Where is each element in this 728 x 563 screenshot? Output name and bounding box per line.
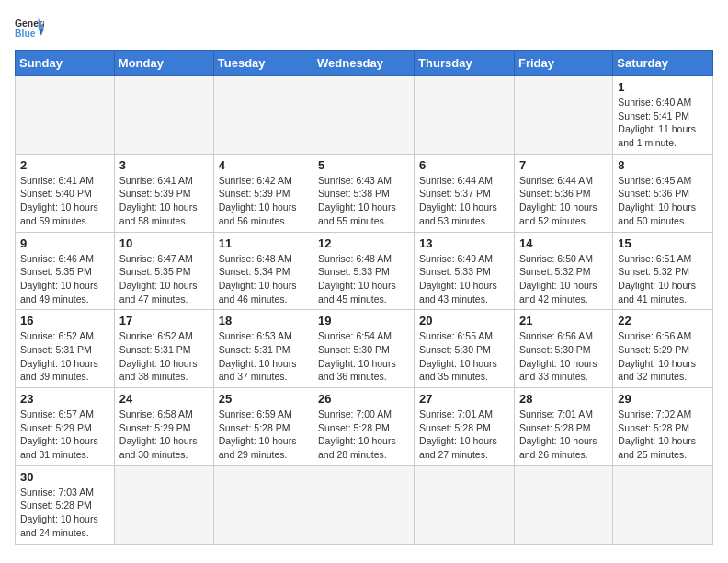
calendar-cell <box>514 76 612 155</box>
day-info: Sunrise: 6:44 AMSunset: 5:36 PMDaylight:… <box>519 174 608 228</box>
calendar-cell: 9Sunrise: 6:46 AMSunset: 5:35 PMDaylight… <box>16 232 115 310</box>
calendar-week-5: 23Sunrise: 6:57 AMSunset: 5:29 PMDayligh… <box>16 388 713 466</box>
day-info: Sunrise: 6:48 AMSunset: 5:33 PMDaylight:… <box>318 252 409 306</box>
calendar-cell: 20Sunrise: 6:55 AMSunset: 5:30 PMDayligh… <box>415 310 515 388</box>
day-number: 19 <box>318 314 409 327</box>
day-info: Sunrise: 7:03 AMSunset: 5:28 PMDaylight:… <box>20 486 109 540</box>
calendar-cell <box>514 465 612 544</box>
day-info: Sunrise: 7:02 AMSunset: 5:28 PMDaylight:… <box>618 408 708 462</box>
day-info: Sunrise: 6:51 AMSunset: 5:32 PMDaylight:… <box>618 252 708 306</box>
calendar-cell: 6Sunrise: 6:44 AMSunset: 5:37 PMDaylight… <box>415 154 515 232</box>
calendar-cell: 30Sunrise: 7:03 AMSunset: 5:28 PMDayligh… <box>16 465 115 544</box>
day-info: Sunrise: 6:46 AMSunset: 5:35 PMDaylight:… <box>20 252 109 306</box>
day-info: Sunrise: 6:58 AMSunset: 5:29 PMDaylight:… <box>119 408 209 462</box>
calendar-cell <box>114 76 213 155</box>
day-info: Sunrise: 6:53 AMSunset: 5:31 PMDaylight:… <box>219 329 308 384</box>
calendar-cell: 5Sunrise: 6:43 AMSunset: 5:38 PMDaylight… <box>313 154 415 232</box>
day-number: 29 <box>618 392 708 406</box>
calendar-cell: 8Sunrise: 6:45 AMSunset: 5:36 PMDaylight… <box>613 154 713 232</box>
day-number: 2 <box>20 158 109 172</box>
day-number: 22 <box>618 314 708 327</box>
weekday-header-wednesday: Wednesday <box>313 51 415 76</box>
weekday-header-saturday: Saturday <box>613 51 713 76</box>
day-info: Sunrise: 7:01 AMSunset: 5:28 PMDaylight:… <box>519 408 608 462</box>
calendar-cell: 3Sunrise: 6:41 AMSunset: 5:39 PMDaylight… <box>114 154 213 232</box>
calendar-cell: 25Sunrise: 6:59 AMSunset: 5:28 PMDayligh… <box>213 388 313 466</box>
calendar-cell: 10Sunrise: 6:47 AMSunset: 5:35 PMDayligh… <box>114 232 213 310</box>
day-info: Sunrise: 6:44 AMSunset: 5:37 PMDaylight:… <box>419 174 509 228</box>
day-info: Sunrise: 6:45 AMSunset: 5:36 PMDaylight:… <box>618 174 708 228</box>
calendar-cell: 24Sunrise: 6:58 AMSunset: 5:29 PMDayligh… <box>114 388 213 466</box>
day-info: Sunrise: 6:42 AMSunset: 5:39 PMDaylight:… <box>219 174 308 228</box>
calendar-week-3: 9Sunrise: 6:46 AMSunset: 5:35 PMDaylight… <box>16 232 713 310</box>
day-info: Sunrise: 6:57 AMSunset: 5:29 PMDaylight:… <box>20 408 109 462</box>
day-info: Sunrise: 6:41 AMSunset: 5:40 PMDaylight:… <box>20 174 109 228</box>
calendar-cell <box>313 76 415 155</box>
calendar-cell <box>16 76 115 155</box>
calendar-cell: 11Sunrise: 6:48 AMSunset: 5:34 PMDayligh… <box>213 232 313 310</box>
calendar-cell: 12Sunrise: 6:48 AMSunset: 5:33 PMDayligh… <box>313 232 415 310</box>
day-info: Sunrise: 6:40 AMSunset: 5:41 PMDaylight:… <box>618 96 708 150</box>
day-info: Sunrise: 6:52 AMSunset: 5:31 PMDaylight:… <box>119 329 209 384</box>
calendar-cell: 13Sunrise: 6:49 AMSunset: 5:33 PMDayligh… <box>415 232 515 310</box>
day-info: Sunrise: 6:48 AMSunset: 5:34 PMDaylight:… <box>219 252 308 306</box>
day-number: 8 <box>618 158 708 172</box>
day-number: 20 <box>419 314 509 327</box>
calendar-week-4: 16Sunrise: 6:52 AMSunset: 5:31 PMDayligh… <box>16 310 713 388</box>
day-number: 23 <box>20 392 109 406</box>
calendar-cell: 4Sunrise: 6:42 AMSunset: 5:39 PMDaylight… <box>213 154 313 232</box>
day-number: 18 <box>219 314 308 327</box>
day-number: 17 <box>119 314 209 327</box>
day-number: 24 <box>119 392 209 406</box>
calendar-cell: 7Sunrise: 6:44 AMSunset: 5:36 PMDaylight… <box>514 154 612 232</box>
day-number: 12 <box>318 236 409 250</box>
day-info: Sunrise: 6:43 AMSunset: 5:38 PMDaylight:… <box>318 174 409 228</box>
calendar-cell: 14Sunrise: 6:50 AMSunset: 5:32 PMDayligh… <box>514 232 612 310</box>
day-info: Sunrise: 6:49 AMSunset: 5:33 PMDaylight:… <box>419 252 509 306</box>
day-info: Sunrise: 6:55 AMSunset: 5:30 PMDaylight:… <box>419 329 509 384</box>
day-info: Sunrise: 6:47 AMSunset: 5:35 PMDaylight:… <box>119 252 209 306</box>
day-info: Sunrise: 6:52 AMSunset: 5:31 PMDaylight:… <box>20 329 109 384</box>
day-info: Sunrise: 7:01 AMSunset: 5:28 PMDaylight:… <box>419 408 509 462</box>
day-number: 9 <box>20 236 109 250</box>
day-number: 30 <box>20 470 109 484</box>
calendar-cell: 15Sunrise: 6:51 AMSunset: 5:32 PMDayligh… <box>613 232 713 310</box>
calendar-cell: 18Sunrise: 6:53 AMSunset: 5:31 PMDayligh… <box>213 310 313 388</box>
calendar-cell: 16Sunrise: 6:52 AMSunset: 5:31 PMDayligh… <box>16 310 115 388</box>
day-info: Sunrise: 6:54 AMSunset: 5:30 PMDaylight:… <box>318 329 409 384</box>
day-info: Sunrise: 6:50 AMSunset: 5:32 PMDaylight:… <box>519 252 608 306</box>
day-number: 16 <box>20 314 109 327</box>
calendar-week-1: 1Sunrise: 6:40 AMSunset: 5:41 PMDaylight… <box>16 76 713 155</box>
day-info: Sunrise: 6:59 AMSunset: 5:28 PMDaylight:… <box>219 408 308 462</box>
calendar-cell: 21Sunrise: 6:56 AMSunset: 5:30 PMDayligh… <box>514 310 612 388</box>
day-number: 15 <box>618 236 708 250</box>
logo-icon: General Blue <box>15 15 44 40</box>
day-number: 7 <box>519 158 608 172</box>
calendar-cell <box>415 465 515 544</box>
calendar-cell: 23Sunrise: 6:57 AMSunset: 5:29 PMDayligh… <box>16 388 115 466</box>
weekday-header-monday: Monday <box>114 51 213 76</box>
calendar-cell: 29Sunrise: 7:02 AMSunset: 5:28 PMDayligh… <box>613 388 713 466</box>
calendar-cell: 28Sunrise: 7:01 AMSunset: 5:28 PMDayligh… <box>514 388 612 466</box>
day-info: Sunrise: 6:56 AMSunset: 5:29 PMDaylight:… <box>618 329 708 384</box>
day-number: 21 <box>519 314 608 327</box>
calendar-cell <box>613 465 713 544</box>
day-number: 6 <box>419 158 509 172</box>
weekday-header-thursday: Thursday <box>415 51 515 76</box>
day-info: Sunrise: 6:56 AMSunset: 5:30 PMDaylight:… <box>519 329 608 384</box>
day-number: 11 <box>219 236 308 250</box>
calendar-cell: 1Sunrise: 6:40 AMSunset: 5:41 PMDaylight… <box>613 76 713 155</box>
day-number: 4 <box>219 158 308 172</box>
calendar-cell: 27Sunrise: 7:01 AMSunset: 5:28 PMDayligh… <box>415 388 515 466</box>
calendar-week-2: 2Sunrise: 6:41 AMSunset: 5:40 PMDaylight… <box>16 154 713 232</box>
day-info: Sunrise: 7:00 AMSunset: 5:28 PMDaylight:… <box>318 408 409 462</box>
day-number: 28 <box>519 392 608 406</box>
weekday-header-sunday: Sunday <box>16 51 115 76</box>
day-number: 26 <box>318 392 409 406</box>
calendar-cell <box>313 465 415 544</box>
day-number: 27 <box>419 392 509 406</box>
weekday-header-friday: Friday <box>514 51 612 76</box>
calendar-cell: 2Sunrise: 6:41 AMSunset: 5:40 PMDaylight… <box>16 154 115 232</box>
day-number: 10 <box>119 236 209 250</box>
day-number: 5 <box>318 158 409 172</box>
